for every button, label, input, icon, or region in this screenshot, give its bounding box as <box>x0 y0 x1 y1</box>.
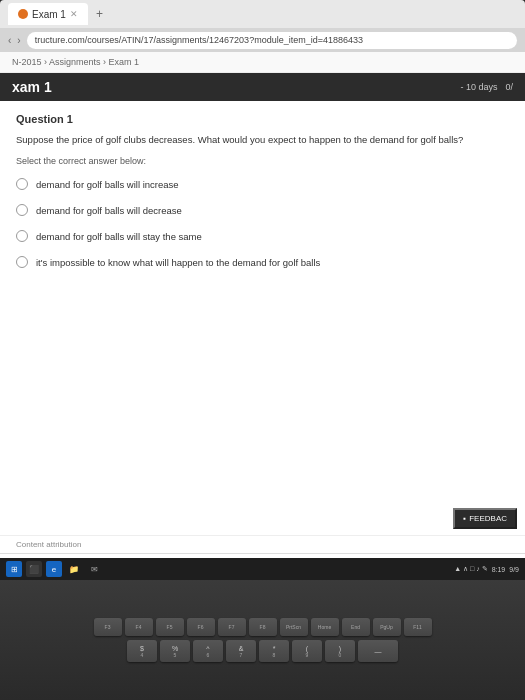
keyboard-row-2: $ 4 % 5 ^ 6 & 7 * 8 ( 9 <box>127 640 398 662</box>
exam-area: Question 1 Suppose the price of golf clu… <box>0 101 525 502</box>
taskbar-browser[interactable]: e <box>46 561 62 577</box>
key-6[interactable]: ^ 6 <box>193 640 223 662</box>
taskbar-time: 8:19 <box>492 566 506 573</box>
option-text-3: demand for golf balls will stay the same <box>36 231 202 242</box>
breadcrumb-course[interactable]: N-2015 <box>12 57 42 67</box>
radio-option-2[interactable] <box>16 204 28 216</box>
address-bar[interactable]: tructure.com/courses/ATIN/17/assignments… <box>27 32 517 49</box>
key-end[interactable]: End <box>342 618 370 636</box>
url-text: tructure.com/courses/ATIN/17/assignments… <box>35 35 363 45</box>
key-f11[interactable]: F11 <box>404 618 432 636</box>
key-prtscn[interactable]: PrtScn <box>280 618 308 636</box>
key-4[interactable]: $ 4 <box>127 640 157 662</box>
feedback-button[interactable]: ▪ FEEDBAC <box>453 508 517 529</box>
forward-button[interactable]: › <box>17 35 20 46</box>
mail-icon: ✉ <box>91 565 98 574</box>
question-text: Suppose the price of golf clubs decrease… <box>16 133 509 146</box>
keyboard-row-1: F3 F4 F5 F6 F7 F8 PrtScn Home <box>94 618 432 636</box>
search-icon: ⬛ <box>29 565 39 574</box>
attribution-text: Content attribution <box>16 540 81 549</box>
key-f5[interactable]: F5 <box>156 618 184 636</box>
feedback-label: FEEDBAC <box>469 514 507 523</box>
key-0[interactable]: ) 0 <box>325 640 355 662</box>
answer-option-2: demand for golf balls will decrease <box>16 202 509 218</box>
taskbar-icons-right: ▲ ∧ □ ♪ ✎ <box>454 565 487 573</box>
answer-option-1: demand for golf balls will increase <box>16 176 509 192</box>
option-text-1: demand for golf balls will increase <box>36 179 179 190</box>
option-text-4: it's impossible to know what will happen… <box>36 257 320 268</box>
breadcrumb: N-2015 › Assignments › Exam 1 <box>0 52 525 73</box>
taskbar: ⊞ ⬛ e 📁 ✉ ▲ ∧ □ ♪ ✎ 8:19 9/9 <box>0 558 525 580</box>
score: 0/ <box>505 82 513 92</box>
radio-option-3[interactable] <box>16 230 28 242</box>
key-5[interactable]: % 5 <box>160 640 190 662</box>
key-f6[interactable]: F6 <box>187 618 215 636</box>
due-info: - 10 days 0/ <box>460 82 513 92</box>
answer-options: demand for golf balls will increase dema… <box>16 176 509 270</box>
laptop-background: Exam 1 ✕ + ‹ › tructure.com/courses/ATIN… <box>0 0 525 700</box>
page-title: xam 1 <box>12 79 52 95</box>
answer-option-3: demand for golf balls will stay the same <box>16 228 509 244</box>
taskbar-folder[interactable]: 📁 <box>66 561 82 577</box>
feedback-area: ▪ FEEDBAC <box>0 502 525 535</box>
option-text-2: demand for golf balls will decrease <box>36 205 182 216</box>
folder-icon: 📁 <box>69 565 79 574</box>
screen-bezel: Exam 1 ✕ + ‹ › tructure.com/courses/ATIN… <box>0 0 525 580</box>
new-tab-button[interactable]: + <box>92 7 107 21</box>
due-days: - 10 days <box>460 82 497 92</box>
windows-icon: ⊞ <box>11 565 18 574</box>
taskbar-mail[interactable]: ✉ <box>86 561 102 577</box>
page-content: N-2015 › Assignments › Exam 1 xam 1 - 10… <box>0 52 525 580</box>
taskbar-date: 9/9 <box>509 566 519 573</box>
select-instruction: Select the correct answer below: <box>16 156 509 166</box>
keyboard-area: F3 F4 F5 F6 F7 F8 PrtScn Home <box>0 580 525 700</box>
breadcrumb-assignments[interactable]: Assignments <box>49 57 101 67</box>
key-f3[interactable]: F3 <box>94 618 122 636</box>
key-f7[interactable]: F7 <box>218 618 246 636</box>
breadcrumb-current: Exam 1 <box>109 57 140 67</box>
radio-option-1[interactable] <box>16 178 28 190</box>
question-header: Question 1 <box>16 113 509 125</box>
browser-chrome: Exam 1 ✕ + <box>0 0 525 28</box>
key-7[interactable]: & 7 <box>226 640 256 662</box>
feedback-icon: ▪ <box>463 514 466 523</box>
key-f8[interactable]: F8 <box>249 618 277 636</box>
tab-bar: Exam 1 ✕ + <box>8 3 517 25</box>
page-title-bar: xam 1 - 10 days 0/ <box>0 73 525 101</box>
content-attribution: Content attribution <box>0 535 525 553</box>
taskbar-start[interactable]: ⊞ <box>6 561 22 577</box>
key-dash[interactable]: — <box>358 640 398 662</box>
key-9[interactable]: ( 9 <box>292 640 322 662</box>
browser-icon: e <box>52 565 56 574</box>
key-home[interactable]: Home <box>311 618 339 636</box>
address-bar-row: ‹ › tructure.com/courses/ATIN/17/assignm… <box>0 28 525 52</box>
tab-title: Exam 1 <box>32 9 66 20</box>
active-tab[interactable]: Exam 1 ✕ <box>8 3 88 25</box>
key-8[interactable]: * 8 <box>259 640 289 662</box>
key-f4[interactable]: F4 <box>125 618 153 636</box>
answer-option-4: it's impossible to know what will happen… <box>16 254 509 270</box>
taskbar-search[interactable]: ⬛ <box>26 561 42 577</box>
taskbar-right: ▲ ∧ □ ♪ ✎ 8:19 9/9 <box>454 565 519 573</box>
tab-close-button[interactable]: ✕ <box>70 9 78 19</box>
back-button[interactable]: ‹ <box>8 35 11 46</box>
key-pgup[interactable]: PgUp <box>373 618 401 636</box>
radio-option-4[interactable] <box>16 256 28 268</box>
tab-favicon <box>18 9 28 19</box>
